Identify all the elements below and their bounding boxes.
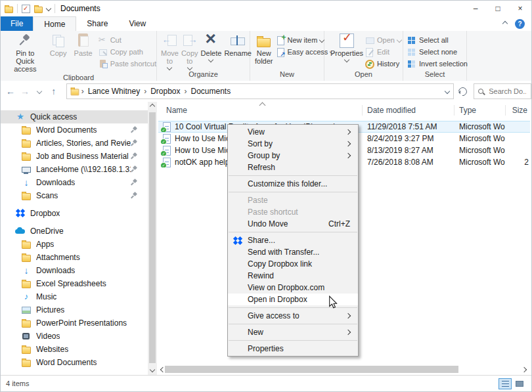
menu-item[interactable]: Paste [228, 194, 358, 206]
paste-shortcut-button[interactable]: Paste shortcut [99, 58, 156, 69]
breadcrumb-dropbox[interactable]: Dropbox [148, 87, 183, 96]
menu-item[interactable]: Customize this folder... [228, 178, 358, 190]
sidebar-item[interactable]: Quick access [1, 110, 148, 123]
menu-item[interactable]: View [228, 126, 358, 138]
pin-icon[interactable] [131, 179, 139, 186]
refresh-button[interactable] [455, 83, 470, 99]
minimize-button[interactable]: – [464, 1, 487, 16]
menu-item[interactable]: Share... [228, 234, 358, 246]
paste-button[interactable]: Paste [71, 33, 96, 58]
forward-arrow-icon[interactable]: → [18, 86, 32, 97]
sidebar-item[interactable]: OneDrive [1, 225, 148, 238]
sidebar-item[interactable]: Pictures [1, 303, 148, 316]
sidebar-item[interactable]: PowerPoint Presentations [1, 316, 148, 330]
menu-item[interactable]: Open in Dropbox [228, 294, 358, 305]
sidebar-item[interactable]: Word Documents [1, 123, 148, 137]
properties-check-icon[interactable] [22, 5, 30, 13]
horizontal-scrollbar[interactable] [158, 365, 530, 374]
column-header-size[interactable]: Size [505, 105, 530, 116]
address-box[interactable]: › Lance Whitney › Dropbox › Documents [66, 83, 454, 99]
menu-item[interactable]: Refresh [228, 162, 358, 173]
tab-share[interactable]: Share [76, 16, 118, 31]
scrollbar-thumb[interactable] [149, 112, 156, 363]
breadcrumb-documents[interactable]: Documents [188, 87, 234, 96]
edit-button[interactable]: Edit [365, 46, 401, 57]
menu-item[interactable]: Properties [228, 343, 358, 355]
menu-item[interactable]: Paste shortcut [228, 206, 358, 218]
column-header-date-modified[interactable]: Date modified [362, 105, 454, 116]
pin-icon[interactable] [131, 152, 139, 160]
maximize-button[interactable]: □ [487, 1, 509, 16]
details-view-button[interactable] [499, 378, 512, 389]
select-all-button[interactable]: Select all [407, 34, 468, 45]
menu-item[interactable]: Rewind [228, 270, 358, 282]
copy-path-button[interactable]: Copy path [99, 46, 156, 57]
pin-to-quick-access-button[interactable]: Pin to Quick access [5, 33, 46, 74]
sidebar-item[interactable]: Scans [1, 189, 148, 202]
move-to-button[interactable]: Move to [160, 33, 180, 70]
sidebar-item[interactable]: Websites [1, 343, 148, 356]
pin-icon[interactable] [131, 126, 139, 134]
scroll-up-icon[interactable] [150, 104, 155, 109]
pin-icon[interactable] [131, 139, 139, 147]
recent-locations-chevron-icon[interactable] [32, 89, 47, 93]
rename-button[interactable]: Rename [223, 33, 253, 58]
menu-item[interactable]: Copy Dropbox link [228, 258, 358, 270]
sidebar-item[interactable]: Dropbox [1, 207, 148, 220]
scroll-down-icon[interactable] [150, 367, 155, 372]
menu-item[interactable]: Undo Move Ctrl+Z [228, 218, 358, 230]
sidebar-item[interactable]: Videos [1, 330, 148, 343]
submenu-arrow-icon [345, 330, 351, 335]
breadcrumb-lance-whitney[interactable]: Lance Whitney [85, 87, 143, 96]
sidebar-item[interactable]: LanceHome (\\192.168.1.31) (L:) [1, 163, 148, 176]
folder-icon[interactable] [34, 5, 43, 12]
sidebar-item[interactable]: Music [1, 290, 148, 303]
sidebar-item[interactable]: Job and Business Material [1, 150, 148, 163]
close-button[interactable]: × [509, 1, 531, 16]
tab-file[interactable]: File [1, 16, 33, 31]
back-arrow-icon[interactable]: ← [3, 86, 18, 97]
menu-item[interactable]: Group by [228, 150, 358, 162]
sidebar-item[interactable]: Downloads [1, 176, 148, 189]
menu-item[interactable]: Give access to [228, 310, 358, 322]
delete-button[interactable]: Delete [200, 33, 223, 62]
column-header-type[interactable]: Type [454, 105, 505, 116]
folder-icon[interactable] [5, 5, 13, 12]
search-box[interactable] [474, 83, 531, 99]
collapse-ribbon-icon[interactable] [502, 21, 508, 26]
help-icon[interactable]: ? [515, 19, 525, 29]
menu-item[interactable]: Send with Transfer... [228, 246, 358, 258]
sidebar-item[interactable]: Articles, Stories, and Reviews [1, 137, 148, 150]
pin-icon[interactable] [131, 192, 139, 200]
scroll-right-icon[interactable] [521, 367, 527, 372]
tab-home[interactable]: Home [33, 16, 76, 32]
qat-customize-chevron-icon[interactable] [46, 6, 51, 11]
copy-to-button[interactable]: Copy to [180, 33, 200, 70]
sidebar-item[interactable]: Word Documents [1, 356, 148, 369]
menu-item[interactable]: New [228, 326, 358, 338]
sidebar-item[interactable]: Downloads [1, 264, 148, 277]
cut-button[interactable]: Cut [99, 34, 156, 45]
scrollbar-thumb[interactable] [165, 366, 458, 373]
pin-icon[interactable] [131, 165, 139, 173]
address-dropdown-chevron-icon[interactable] [445, 89, 450, 94]
menu-item[interactable]: View on Dropbox.com [228, 282, 358, 294]
search-input[interactable] [487, 87, 527, 96]
select-none-button[interactable]: Select none [407, 46, 468, 57]
menu-item[interactable]: Sort by [228, 138, 358, 150]
copy-button[interactable]: Copy [46, 33, 71, 58]
properties-button[interactable]: Properties [328, 33, 365, 62]
thumbnails-view-button[interactable] [513, 378, 526, 389]
tab-view[interactable]: View [118, 16, 156, 31]
sidebar-item[interactable]: Excel Spreadsheets [1, 277, 148, 290]
sidebar-item[interactable]: Attachments [1, 251, 148, 264]
sidebar-item[interactable]: Apps [1, 238, 148, 251]
new-folder-button[interactable]: New folder [254, 33, 275, 66]
up-arrow-icon[interactable]: ↑ [47, 86, 61, 97]
menu-separator [229, 175, 357, 176]
sidebar-scrollbar[interactable] [148, 102, 157, 376]
history-button[interactable]: History [365, 58, 401, 69]
open-button[interactable]: Open [365, 34, 401, 45]
file-type: Microsoft Word D... [454, 158, 505, 167]
invert-selection-button[interactable]: Invert selection [407, 58, 468, 69]
